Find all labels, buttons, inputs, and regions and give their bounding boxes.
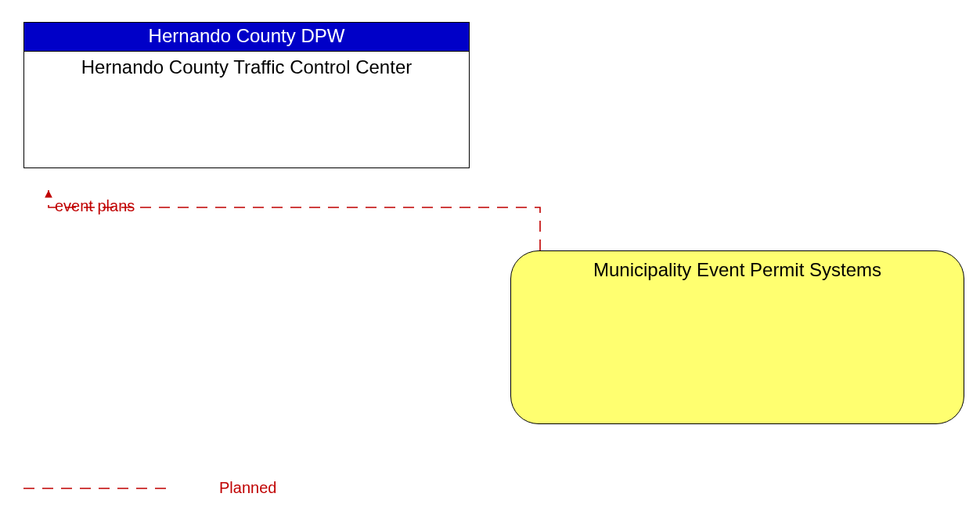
node-traffic-control-center: Hernando County DPW Hernando County Traf… bbox=[23, 22, 470, 168]
legend-label-planned: Planned bbox=[219, 479, 276, 497]
yellow-node-title: Municipality Event Permit Systems bbox=[593, 259, 881, 280]
node-municipality-event-permit: Municipality Event Permit Systems bbox=[510, 250, 964, 424]
node-title: Hernando County Traffic Control Center bbox=[31, 56, 463, 78]
flow-label-event-plans: event plans bbox=[55, 197, 135, 215]
node-body: Hernando County Traffic Control Center bbox=[23, 51, 470, 168]
node-header: Hernando County DPW bbox=[23, 22, 470, 51]
